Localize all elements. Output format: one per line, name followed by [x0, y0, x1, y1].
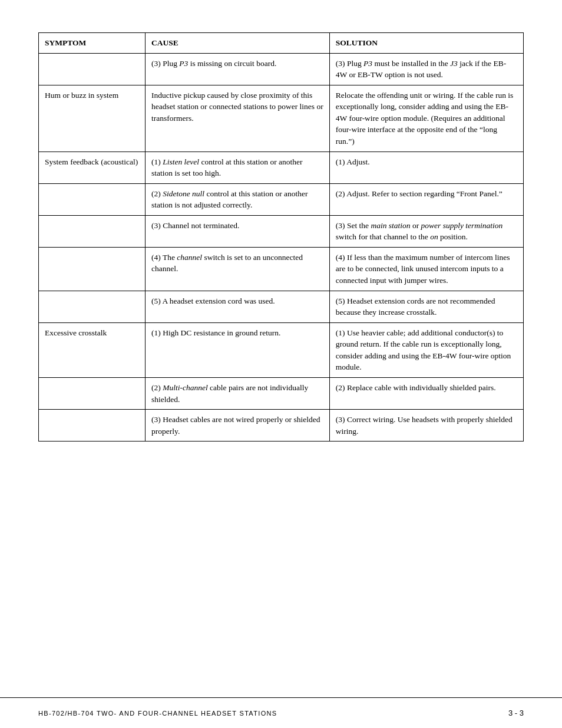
solution-cell: (3) Plug P3 must be installed in the J3 …: [329, 53, 523, 85]
symptom-cell: [39, 183, 146, 215]
table-row: (3) Channel not terminated. (3) Set the …: [39, 215, 524, 247]
cause-cell: (1) Listen level control at this station…: [146, 151, 330, 183]
cause-cell: (3) Channel not terminated.: [146, 215, 330, 247]
footer-title: HB-702/HB-704 TWO- AND FOUR-CHANNEL HEAD…: [38, 710, 277, 717]
table-row: (5) A headset extension cord was used. (…: [39, 291, 524, 322]
solution-cell: (3) Correct wiring. Use headsets with pr…: [329, 410, 523, 442]
solution-cell: (5) Headset extension cords are not reco…: [329, 291, 523, 322]
symptom-cell: Hum or buzz in system: [39, 85, 146, 151]
symptom-cell: [39, 247, 146, 291]
cause-cell: (1) High DC resistance in ground return.: [146, 322, 330, 377]
page-footer: HB-702/HB-704 TWO- AND FOUR-CHANNEL HEAD…: [0, 697, 562, 728]
cause-cell: (4) The channel switch is set to an unco…: [146, 247, 330, 291]
cause-cell: Inductive pickup caused by close proximi…: [146, 85, 330, 151]
table-row: System feedback (acoustical) (1) Listen …: [39, 151, 524, 183]
symptom-cell: Excessive crosstalk: [39, 322, 146, 377]
solution-cell: Relocate the offending unit or wiring. I…: [329, 85, 523, 151]
cause-cell: (2) Multi-channel cable pairs are not in…: [146, 377, 330, 409]
solution-cell: (1) Adjust.: [329, 151, 523, 183]
cause-cell: (5) A headset extension cord was used.: [146, 291, 330, 322]
symptom-cell: [39, 291, 146, 322]
symptom-cell: System feedback (acoustical): [39, 151, 146, 183]
solution-cell: (3) Set the main station or power supply…: [329, 215, 523, 247]
solution-cell: (1) Use heavier cable; add additional co…: [329, 322, 523, 377]
header-solution: SOLUTION: [329, 33, 523, 54]
solution-cell: (2) Replace cable with individually shie…: [329, 377, 523, 409]
table-row: (3) Headset cables are not wired properl…: [39, 410, 524, 442]
table-row: (3) Plug P3 is missing on circuit board.…: [39, 53, 524, 85]
solution-cell: (4) If less than the maximum number of i…: [329, 247, 523, 291]
symptom-cell: [39, 215, 146, 247]
page-container: SYMPTOM CAUSE SOLUTION (3) Plug P3 is mi…: [0, 0, 562, 697]
troubleshooting-table: SYMPTOM CAUSE SOLUTION (3) Plug P3 is mi…: [38, 32, 524, 442]
symptom-cell: [39, 377, 146, 409]
cause-cell: (3) Plug P3 is missing on circuit board.: [146, 53, 330, 85]
header-symptom: SYMPTOM: [39, 33, 146, 54]
table-row: Excessive crosstalk (1) High DC resistan…: [39, 322, 524, 377]
solution-cell: (2) Adjust. Refer to section regarding “…: [329, 183, 523, 215]
table-row: (4) The channel switch is set to an unco…: [39, 247, 524, 291]
header-cause: CAUSE: [146, 33, 330, 54]
table-row: Hum or buzz in system Inductive pickup c…: [39, 85, 524, 151]
table-row: (2) Sidetone null control at this statio…: [39, 183, 524, 215]
cause-cell: (3) Headset cables are not wired properl…: [146, 410, 330, 442]
table-row: (2) Multi-channel cable pairs are not in…: [39, 377, 524, 409]
footer-page-number: 3 - 3: [508, 709, 524, 717]
cause-cell: (2) Sidetone null control at this statio…: [146, 183, 330, 215]
symptom-cell: [39, 53, 146, 85]
symptom-cell: [39, 410, 146, 442]
